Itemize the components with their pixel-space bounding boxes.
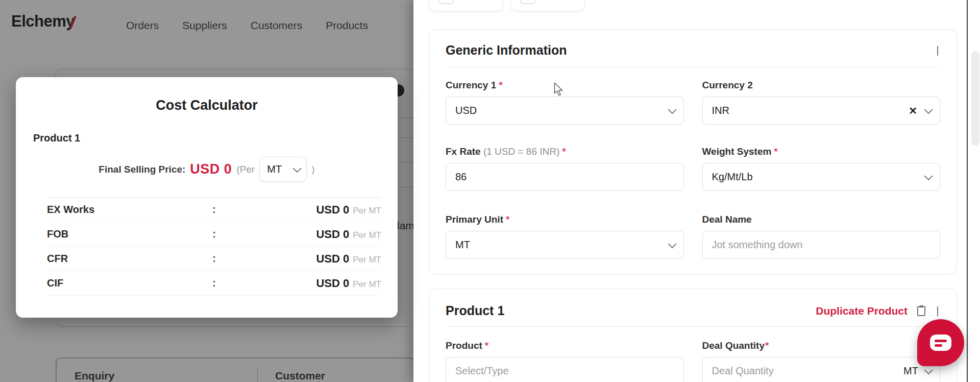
price-unit-select[interactable]: MT (259, 157, 307, 182)
colon-separator: : (203, 253, 226, 265)
currency2-select[interactable]: INR ✕ (702, 97, 941, 125)
generic-information-section: Generic Information Currency 1* USD (429, 29, 957, 275)
fx-rate-label: Fx Rate (1 USD = 86 INR)* (446, 144, 684, 157)
incoterm-value: USD 0 (316, 277, 349, 290)
per-close-text: ) (311, 164, 314, 175)
chevron-down-icon (924, 172, 933, 180)
chevron-up-icon (937, 46, 938, 56)
incoterm-value: USD 0 (316, 252, 349, 266)
chevron-up-icon (937, 306, 938, 316)
cost-calculator-modal: Cost Calculator Product 1 Final Selling … (16, 77, 398, 318)
placeholder-box-icon (520, 0, 535, 4)
primary-unit-label: Primary Unit* (446, 212, 684, 225)
table-row: FOB : USD 0Per MT (47, 222, 381, 247)
currency1-label: Currency 1* (446, 78, 684, 91)
product-1-section: Product 1 Duplicate Product Product* (429, 289, 957, 382)
currency1-select[interactable]: USD (446, 97, 684, 125)
chevron-down-icon (924, 366, 933, 374)
final-selling-price-label: Final Selling Price: (99, 164, 185, 175)
required-marker: * (485, 340, 488, 351)
incoterm-label: CIF (47, 277, 203, 289)
generic-information-title: Generic Information (446, 43, 567, 58)
cost-calculator-product-label: Product 1 (33, 132, 80, 144)
table-row: CFR : USD 0Per MT (47, 247, 381, 271)
fx-rate-hint: (1 USD = 86 INR) (483, 146, 559, 157)
weight-system-label: Weight System* (702, 144, 941, 157)
weight-system-select[interactable]: Kg/Mt/Lb (702, 163, 941, 191)
deal-form-drawer: Generic Information Currency 1* USD (413, 0, 980, 382)
colon-separator: : (203, 204, 226, 216)
incoterm-per-unit: Per MT (353, 255, 381, 265)
deal-quantity-field[interactable]: MT (702, 357, 941, 382)
final-selling-price-value: USD 0 (190, 161, 232, 177)
weight-system-value: Kg/Mt/Lb (712, 171, 753, 183)
primary-unit-select[interactable]: MT (446, 231, 684, 259)
clear-selection-icon[interactable]: ✕ (909, 106, 917, 116)
drawer-edge-divider (967, 0, 968, 382)
deal-name-label: Deal Name (702, 212, 941, 225)
deal-quantity-label: Deal Quantity* (702, 338, 941, 351)
product-field-wrap (446, 357, 684, 382)
incoterm-value: USD 0 (316, 203, 349, 217)
incoterm-label: FOB (47, 228, 203, 240)
delete-product-icon[interactable] (917, 305, 926, 317)
incoterm-price-table: EX Works : USD 0Per MT FOB : USD 0Per MT… (47, 197, 381, 296)
fx-rate-input[interactable] (455, 171, 674, 183)
app-window: Elchemy Orders Suppliers Customers Produ… (0, 0, 980, 382)
incoterm-per-unit: Per MT (353, 230, 381, 241)
cost-calculator-title: Cost Calculator (16, 98, 398, 113)
table-row: CIF : USD 0Per MT (47, 271, 381, 296)
incoterm-per-unit: Per MT (353, 279, 381, 290)
duplicate-product-link[interactable]: Duplicate Product (816, 305, 908, 317)
incoterm-per-unit: Per MT (353, 206, 381, 216)
colon-separator: : (203, 228, 226, 240)
top-cutoff-card[interactable] (510, 0, 585, 11)
deal-quantity-input[interactable] (712, 365, 904, 377)
scrollbar-thumb[interactable] (971, 51, 979, 146)
fx-rate-field-wrap (446, 163, 684, 191)
chevron-down-icon (924, 105, 933, 114)
incoterm-label: CFR (47, 253, 203, 265)
required-marker: * (506, 214, 509, 225)
required-marker: * (499, 80, 502, 90)
price-unit-value: MT (267, 163, 282, 175)
chevron-down-icon (668, 105, 676, 114)
mouse-cursor-icon (553, 83, 564, 98)
placeholder-box-icon (438, 0, 454, 4)
chat-icon (930, 335, 951, 351)
top-cutoff-card[interactable] (429, 0, 503, 11)
final-selling-price-row: Final Selling Price: USD 0 (Per MT ) (16, 157, 398, 182)
currency2-value: INR (712, 105, 729, 116)
chevron-down-icon (668, 240, 676, 248)
collapse-section-button[interactable] (935, 44, 940, 57)
deal-name-input[interactable] (712, 239, 931, 251)
chevron-down-icon (293, 164, 302, 173)
product-section-title: Product 1 (446, 303, 504, 318)
primary-unit-value: MT (455, 239, 470, 251)
table-row: EX Works : USD 0Per MT (47, 198, 381, 222)
required-marker: * (562, 146, 566, 157)
colon-separator: : (203, 277, 226, 289)
deal-name-field-wrap (702, 231, 941, 259)
required-marker: * (774, 146, 777, 157)
required-marker: * (765, 340, 769, 351)
currency1-value: USD (455, 105, 477, 116)
product-label: Product* (446, 338, 684, 351)
per-open-text: (Per (236, 164, 255, 175)
collapse-section-button[interactable] (935, 304, 940, 318)
incoterm-value: USD 0 (316, 228, 349, 241)
deal-quantity-unit-value: MT (903, 365, 918, 377)
currency2-label: Currency 2 (702, 78, 941, 91)
incoterm-label: EX Works (47, 204, 203, 216)
chat-launcher-button[interactable] (917, 319, 964, 366)
product-input[interactable] (455, 365, 674, 377)
